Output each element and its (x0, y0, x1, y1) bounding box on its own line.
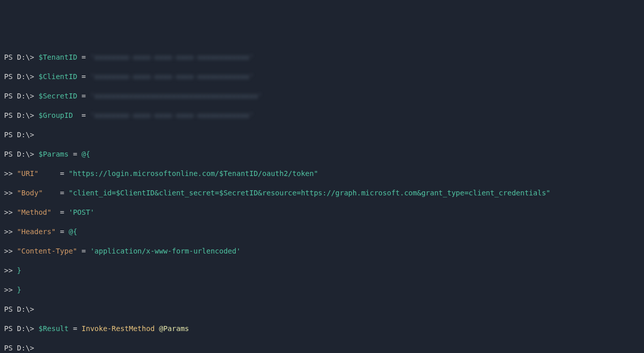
blurred-value: 'xxxxxxxxxxxxxxxxxxxxxxxxxxxxxxxxxxxxxx' (90, 92, 262, 100)
var-client: $ClientID (38, 72, 77, 81)
continuation: >> (4, 169, 13, 178)
key-headers: "Headers" (17, 228, 56, 236)
prompt: PS D:\> (4, 53, 34, 61)
blurred-value: 'xxxxxxxx-xxxx-xxxx-xxxx-xxxxxxxxxxxx' (90, 72, 254, 81)
key-uri: "URI" (17, 169, 38, 178)
var-tenant: $TenantID (38, 53, 77, 61)
key-content-type: "Content-Type" (17, 247, 77, 255)
terminal[interactable]: PS D:\> $TenantID = 'xxxxxxxx-xxxx-xxxx-… (4, 43, 640, 353)
blurred-value: 'xxxxxxxx-xxxx-xxxx-xxxx-xxxxxxxxxxxx' (90, 111, 254, 119)
invoke-restmethod: Invoke-RestMethod (82, 324, 155, 333)
blurred-value: 'xxxxxxxx-xxxx-xxxx-xxxx-xxxxxxxxxxxx' (90, 53, 254, 61)
key-method: "Method" (17, 208, 51, 216)
var-group: $GroupID (38, 111, 72, 119)
var-result: $Result (38, 324, 68, 333)
splat-params: @Params (159, 324, 189, 333)
key-body: "Body" (17, 189, 43, 197)
var-params: $Params (38, 150, 68, 158)
var-secret: $SecretID (38, 92, 77, 100)
